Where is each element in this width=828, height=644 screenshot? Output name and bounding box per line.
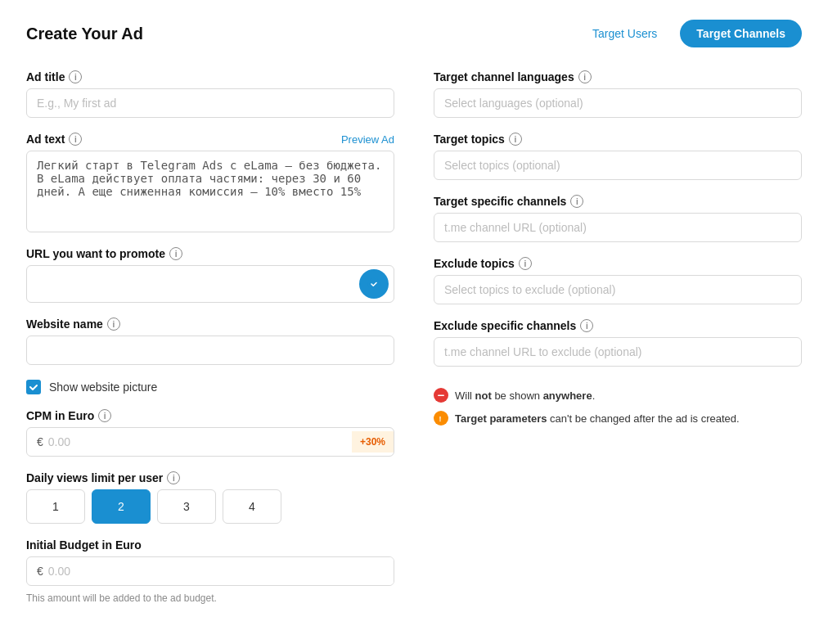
target-users-button[interactable]: Target Users bbox=[579, 20, 670, 47]
cpm-info-icon[interactable]: i bbox=[98, 409, 111, 422]
show-picture-checkbox[interactable] bbox=[26, 380, 41, 394]
ad-title-input[interactable] bbox=[26, 88, 394, 118]
specific-channels-input[interactable] bbox=[434, 213, 802, 242]
cpm-group: CPM in Euro i € +30% bbox=[26, 409, 394, 457]
exclude-topics-label: Exclude topics i bbox=[434, 257, 802, 270]
budget-helper: This amount will be added to the ad budg… bbox=[26, 592, 394, 604]
specific-channels-group: Target specific channels i bbox=[434, 195, 802, 242]
euro-symbol: € bbox=[37, 435, 43, 448]
budget-input-wrapper: € bbox=[26, 556, 394, 586]
lang-input[interactable] bbox=[434, 88, 802, 118]
specific-channels-label: Target specific channels i bbox=[434, 195, 802, 208]
website-name-group: Website name i eLama bbox=[26, 317, 394, 365]
url-input[interactable]: https://try.elama.ru/telegram_ads?erid=e… bbox=[27, 270, 354, 298]
views-limit-row: 1 2 3 4 bbox=[26, 489, 394, 524]
views-btn-3[interactable]: 3 bbox=[157, 489, 216, 524]
topics-group: Target topics i bbox=[434, 133, 802, 180]
ad-text-label-row: Ad text i Preview Ad bbox=[26, 133, 394, 146]
ad-text-info-icon[interactable]: i bbox=[69, 133, 82, 146]
ad-text-input[interactable]: Легкий старт в Telegram Ads с eLama — бе… bbox=[26, 151, 394, 232]
warning-icon-red bbox=[434, 388, 448, 403]
budget-input[interactable] bbox=[48, 557, 394, 585]
cpm-badge: +30% bbox=[352, 431, 394, 453]
show-picture-row: Show website picture bbox=[26, 380, 394, 394]
budget-euro-symbol: € bbox=[37, 565, 43, 578]
website-name-label: Website name i bbox=[26, 317, 394, 331]
right-column: Target channel languages i Target topics… bbox=[434, 70, 802, 604]
exclude-topics-info-icon[interactable]: i bbox=[519, 257, 532, 270]
topics-label: Target topics i bbox=[434, 133, 802, 146]
views-limit-label: Daily views limit per user i bbox=[26, 471, 394, 484]
svg-point-0 bbox=[368, 278, 380, 290]
page-title: Create Your Ad bbox=[26, 25, 143, 43]
warning-row-2: ! Target parameters can't be changed aft… bbox=[434, 411, 802, 426]
svg-rect-1 bbox=[438, 395, 444, 397]
url-info-icon[interactable]: i bbox=[169, 247, 182, 260]
exclude-topics-group: Exclude topics i bbox=[434, 257, 802, 304]
preview-ad-button[interactable]: Preview Ad bbox=[341, 133, 394, 146]
lang-group: Target channel languages i bbox=[434, 70, 802, 118]
cpm-input[interactable] bbox=[48, 428, 352, 456]
target-channels-button[interactable]: Target Channels bbox=[680, 20, 802, 47]
warning-text-2: Target parameters can't be changed after… bbox=[455, 412, 740, 425]
exclude-channels-info-icon[interactable]: i bbox=[580, 319, 593, 332]
header-buttons: Target Users Target Channels bbox=[579, 20, 802, 47]
views-limit-group: Daily views limit per user i 1 2 3 4 bbox=[26, 471, 394, 524]
topics-input[interactable] bbox=[434, 151, 802, 180]
exclude-channels-input[interactable] bbox=[434, 337, 802, 367]
show-picture-label: Show website picture bbox=[49, 381, 157, 394]
ad-title-info-icon[interactable]: i bbox=[69, 70, 82, 83]
ad-title-label: Ad title i bbox=[26, 70, 394, 83]
url-field-wrapper: https://try.elama.ru/telegram_ads?erid=e… bbox=[26, 265, 394, 303]
views-btn-1[interactable]: 1 bbox=[26, 489, 85, 524]
exclude-channels-label: Exclude specific channels i bbox=[434, 319, 802, 332]
cpm-label: CPM in Euro i bbox=[26, 409, 394, 422]
specific-channels-info-icon[interactable]: i bbox=[570, 195, 583, 208]
cpm-input-wrapper: € +30% bbox=[26, 427, 394, 457]
warnings-section: Will not be shown anywhere. ! Target par… bbox=[434, 388, 802, 426]
website-name-input[interactable]: eLama bbox=[26, 336, 394, 365]
url-group: URL you want to promote i https://try.el… bbox=[26, 247, 394, 303]
warning-row-1: Will not be shown anywhere. bbox=[434, 388, 802, 403]
svg-text:!: ! bbox=[439, 415, 442, 423]
views-btn-4[interactable]: 4 bbox=[223, 489, 281, 524]
exclude-channels-group: Exclude specific channels i bbox=[434, 319, 802, 367]
exclude-topics-input[interactable] bbox=[434, 275, 802, 304]
ad-title-group: Ad title i bbox=[26, 70, 394, 118]
left-column: Ad title i Ad text i Preview Ad Легкий с… bbox=[26, 70, 394, 604]
views-btn-2[interactable]: 2 bbox=[92, 489, 151, 524]
warning-text-1: Will not be shown anywhere. bbox=[455, 390, 595, 402]
topics-info-icon[interactable]: i bbox=[509, 133, 522, 146]
lang-info-icon[interactable]: i bbox=[578, 70, 592, 83]
ad-text-group: Ad text i Preview Ad Легкий старт в Tele… bbox=[26, 133, 394, 232]
budget-label: Initial Budget in Euro bbox=[26, 538, 394, 552]
website-name-info-icon[interactable]: i bbox=[107, 317, 120, 331]
url-action-icon[interactable] bbox=[359, 269, 389, 299]
budget-group: Initial Budget in Euro € This amount wil… bbox=[26, 538, 394, 604]
views-limit-info-icon[interactable]: i bbox=[167, 471, 180, 484]
warning-icon-orange: ! bbox=[434, 411, 448, 426]
lang-label: Target channel languages i bbox=[434, 70, 802, 83]
url-label: URL you want to promote i bbox=[26, 247, 394, 260]
